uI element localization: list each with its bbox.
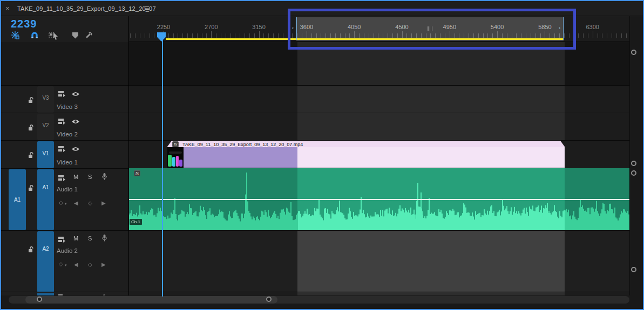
- keyframe-selector-caret-icon[interactable]: ▾: [65, 263, 67, 267]
- current-timecode[interactable]: 2239: [11, 18, 37, 30]
- ruler-tick: [245, 33, 245, 38]
- keyframe-selector-icon[interactable]: ◇: [59, 199, 63, 205]
- lock-icon[interactable]: [28, 124, 35, 131]
- timeline-settings-wrench-icon[interactable]: [84, 30, 94, 40]
- toggle-track-output-eye-icon[interactable]: [71, 119, 80, 125]
- add-marker-icon[interactable]: [70, 30, 80, 40]
- ruler-tick: [206, 33, 207, 38]
- lock-icon[interactable]: [28, 151, 35, 159]
- video-clip[interactable]: fx TAKE_09_11_10_35_29_Export_09_13_12_2…: [167, 141, 565, 168]
- track-target-v2[interactable]: V2: [37, 114, 54, 140]
- track-header-v1: V1 Video 1: [1, 140, 128, 168]
- track-name[interactable]: Video 2: [57, 131, 78, 137]
- ruler-tick: [593, 31, 593, 38]
- ruler-tick: [602, 33, 602, 38]
- keyframe-selector-caret-icon[interactable]: ▾: [65, 202, 67, 206]
- audio-scrollbar-handle-bottom[interactable]: [631, 267, 636, 272]
- ruler-tick: [612, 33, 612, 38]
- audio-scrollbar-handle-top[interactable]: [631, 170, 636, 176]
- ruler-tick: [168, 33, 169, 38]
- lock-icon[interactable]: [28, 97, 35, 104]
- voiceover-record-mic-icon[interactable]: [101, 234, 107, 242]
- video-fx-badge[interactable]: fx: [172, 141, 179, 147]
- solo-button[interactable]: S: [88, 235, 92, 242]
- ruler-tick: [278, 33, 279, 38]
- track-header-v2: V2 Video 2: [1, 113, 128, 140]
- ruler-tick: [583, 33, 584, 38]
- ruler-tick: [626, 33, 627, 38]
- track-name[interactable]: Video 1: [57, 159, 78, 166]
- audio-channel-badge: Ch.1: [130, 219, 142, 225]
- header-timeline-divider: [128, 16, 129, 297]
- video-clip-thumbnail: [167, 147, 184, 168]
- ruler-tick: [192, 33, 193, 38]
- insert-overwrite-as-nest-icon[interactable]: [10, 30, 21, 40]
- ruler-tick-label: 2700: [205, 24, 218, 30]
- playhead-handle[interactable]: [157, 32, 166, 42]
- mute-button[interactable]: M: [73, 174, 78, 180]
- ruler-tick: [254, 33, 255, 38]
- in-out-overlay: [297, 113, 565, 140]
- timeline-panel: × TAKE_09_11_10_35_29_Export_09_13_12_20…: [0, 0, 644, 310]
- sequence-tab[interactable]: TAKE_09_11_10_35_29_Export_09_13_12_20_0…: [17, 5, 156, 12]
- solo-button[interactable]: S: [88, 174, 92, 180]
- ruler-tick-label: 6300: [586, 24, 599, 30]
- toggle-track-output-eye-icon[interactable]: [71, 146, 80, 152]
- zoom-handle-right[interactable]: [266, 297, 272, 302]
- track-target-a2[interactable]: A2: [37, 231, 54, 292]
- track-name[interactable]: Video 3: [57, 104, 78, 110]
- ruler-tick: [211, 31, 212, 38]
- track-target-v3[interactable]: V3: [37, 86, 54, 113]
- voiceover-record-mic-icon[interactable]: [101, 173, 107, 181]
- add-keyframe-icon[interactable]: ◇: [88, 200, 92, 206]
- track-name[interactable]: Audio 2: [57, 247, 78, 254]
- previous-keyframe-icon[interactable]: ◀: [74, 200, 78, 206]
- sync-lock-icon[interactable]: [58, 118, 65, 125]
- close-icon[interactable]: ×: [5, 4, 10, 12]
- sync-lock-icon[interactable]: [58, 91, 65, 97]
- horizontal-scrollbar-thumb[interactable]: [25, 296, 277, 304]
- ruler-tick: [621, 33, 622, 38]
- ruler-tick: [135, 33, 135, 38]
- previous-keyframe-icon[interactable]: ◀: [74, 261, 78, 267]
- track-a2-lane[interactable]: [128, 230, 631, 292]
- lock-icon[interactable]: [28, 184, 35, 191]
- sync-lock-icon[interactable]: [58, 146, 65, 152]
- track-name[interactable]: Audio 1: [57, 186, 78, 192]
- next-keyframe-icon[interactable]: ▶: [101, 261, 106, 267]
- track-target-a1[interactable]: A1: [37, 169, 54, 230]
- sync-lock-icon[interactable]: [58, 175, 65, 181]
- keyframe-selector-icon[interactable]: ◇: [59, 261, 63, 267]
- ruler-tick: [130, 33, 131, 38]
- ruler-tick: [197, 33, 198, 38]
- audio-fx-badge[interactable]: fx: [134, 170, 140, 176]
- snap-magnet-icon[interactable]: [29, 30, 40, 40]
- source-assign-a1[interactable]: A1: [9, 169, 26, 230]
- track-v3-lane[interactable]: [128, 85, 631, 113]
- track-header-v3: V3 Video 3: [1, 85, 128, 113]
- video-scrollbar-handle-top[interactable]: [631, 50, 636, 55]
- sync-lock-icon[interactable]: [58, 236, 65, 243]
- audio-volume-rubber-band[interactable]: [128, 199, 631, 200]
- video-scrollbar-handle-bottom[interactable]: [631, 161, 636, 166]
- ruler-tick: [273, 33, 274, 38]
- vertical-scrollbar-column: [629, 16, 643, 297]
- toggle-track-output-eye-icon[interactable]: [71, 91, 80, 97]
- mute-button[interactable]: M: [73, 235, 78, 242]
- horizontal-scrollbar-row: [1, 295, 643, 309]
- panel-menu-icon[interactable]: ≡: [145, 3, 150, 12]
- ruler-tick: [588, 33, 588, 38]
- ruler-tick: [249, 33, 250, 38]
- annotation-highlight-box: [288, 9, 576, 50]
- track-v2-lane[interactable]: [128, 113, 631, 140]
- zoom-handle-left[interactable]: [37, 297, 42, 302]
- ruler-tick: [140, 33, 140, 38]
- playhead-line[interactable]: [162, 32, 163, 297]
- lock-icon[interactable]: [28, 246, 35, 253]
- track-target-v1[interactable]: V1: [37, 141, 54, 168]
- add-keyframe-icon[interactable]: ◇: [88, 261, 92, 267]
- video-clip-name: TAKE_09_11_10_35_29_Export_09_13_12_20_0…: [182, 142, 303, 147]
- next-keyframe-icon[interactable]: ▶: [101, 200, 106, 206]
- linked-selection-icon[interactable]: [49, 30, 59, 40]
- ruler-tick-label: 3150: [252, 24, 265, 30]
